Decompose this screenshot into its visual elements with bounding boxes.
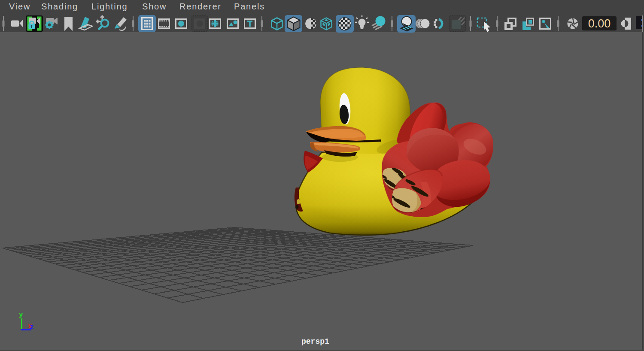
svg-text:z: z <box>30 324 34 331</box>
svg-text:0.00: 0.00 <box>588 17 611 30</box>
svg-text:y: y <box>19 311 23 319</box>
